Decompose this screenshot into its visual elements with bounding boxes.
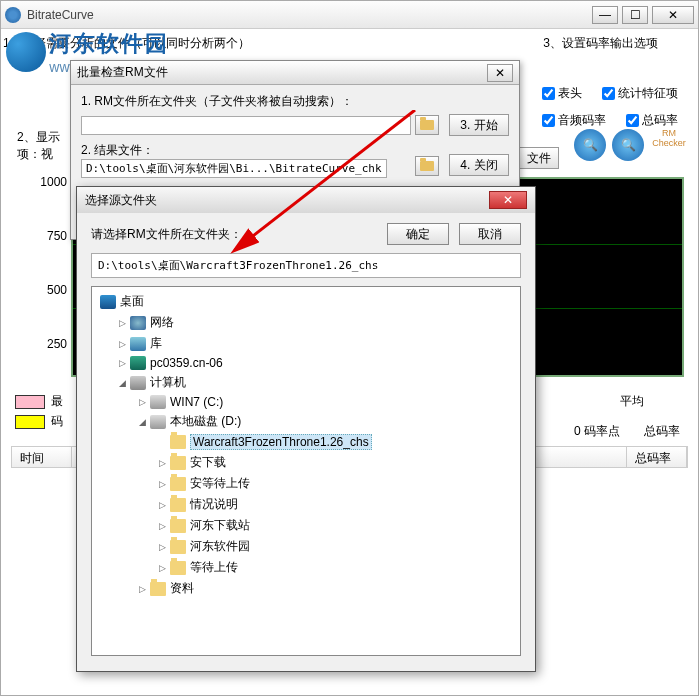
tool-icon-2[interactable]: 🔍 [612, 129, 644, 161]
legend-rate: 码 [51, 413, 63, 430]
tree-folder-6[interactable]: ▷等待上传 [96, 557, 516, 578]
y-tick-250: 250 [39, 337, 67, 351]
tree-selected-folder[interactable]: Warcraft3FrozenThrone1.26_chs [96, 432, 516, 452]
start-button[interactable]: 3. 开始 [449, 114, 509, 136]
maximize-button[interactable]: ☐ [622, 6, 648, 24]
window-title: BitrateCurve [27, 8, 588, 22]
tool-icon-1[interactable]: 🔍 [574, 129, 606, 161]
folder-tree[interactable]: 桌面 ▷网络 ▷库 ▷pc0359.cn-06 ◢计算机 ▷WIN7 (C:) … [91, 286, 521, 656]
result-path-input[interactable] [81, 159, 387, 178]
tree-local-d[interactable]: ◢本地磁盘 (D:) [96, 411, 516, 432]
tree-folder-1[interactable]: ▷安下载 [96, 452, 516, 473]
checkbox-audio[interactable]: 音频码率 [542, 112, 606, 129]
watermark-title: 河东软件园 [49, 29, 169, 59]
ok-button[interactable]: 确定 [387, 223, 449, 245]
tree-pc[interactable]: ▷pc0359.cn-06 [96, 354, 516, 372]
dialog2-prompt: 请选择RM文件所在文件夹： [91, 226, 377, 243]
file-button[interactable]: 文件 [519, 147, 559, 169]
tree-folder-3[interactable]: ▷情况说明 [96, 494, 516, 515]
close-dialog-button[interactable]: 4. 关闭 [449, 154, 509, 176]
folder-label: 1. RM文件所在文件夹（子文件夹将被自动搜索）： [81, 93, 509, 110]
tree-desktop[interactable]: 桌面 [96, 291, 516, 312]
dialog2-close-button[interactable]: ✕ [489, 191, 527, 209]
col-time[interactable]: 时间 [12, 447, 72, 467]
legend-color-max [15, 395, 45, 409]
step3-label: 3、设置码率输出选项 [543, 35, 658, 52]
step2-label: 2、显示 项：视 [17, 129, 60, 163]
col-total[interactable]: 总码率 [627, 447, 687, 467]
result-label: 2. 结果文件： [81, 142, 411, 159]
tree-folder-4[interactable]: ▷河东下载站 [96, 515, 516, 536]
selected-path: D:\tools\桌面\Warcraft3FrozenThrone1.26_ch… [91, 253, 521, 278]
folder-input[interactable] [81, 116, 411, 135]
tree-library[interactable]: ▷库 [96, 333, 516, 354]
tree-network[interactable]: ▷网络 [96, 312, 516, 333]
tree-folder-5[interactable]: ▷河东软件园 [96, 536, 516, 557]
tree-computer[interactable]: ◢计算机 [96, 372, 516, 393]
toolbar-icons: 🔍 🔍 [574, 129, 644, 161]
tree-folder-2[interactable]: ▷安等待上传 [96, 473, 516, 494]
minimize-button[interactable]: — [592, 6, 618, 24]
dialog1-title-bar: 批量检查RM文件 ✕ [71, 61, 519, 85]
folder-icon [420, 120, 434, 130]
rm-checker-label: RM Checker [650, 129, 688, 149]
checkbox-stats[interactable]: 统计特征项 [602, 85, 678, 102]
browse-folder-button[interactable] [415, 115, 439, 135]
dialog2-title-bar: 选择源文件夹 ✕ [77, 187, 535, 213]
watermark-logo [6, 32, 46, 72]
folder-browser-dialog: 选择源文件夹 ✕ 请选择RM文件所在文件夹： 确定 取消 D:\tools\桌面… [76, 186, 536, 672]
dialog2-title: 选择源文件夹 [85, 192, 489, 209]
y-tick-750: 750 [39, 229, 67, 243]
rate-labels: 0 码率点 总码率 [574, 423, 680, 440]
folder-icon [420, 161, 434, 171]
dialog1-close-button[interactable]: ✕ [487, 64, 513, 82]
app-icon [5, 7, 21, 23]
tree-win7[interactable]: ▷WIN7 (C:) [96, 393, 516, 411]
title-bar: BitrateCurve — ☐ ✕ [1, 1, 698, 29]
checkbox-header[interactable]: 表头 [542, 85, 582, 102]
tree-folder-7[interactable]: ▷资料 [96, 578, 516, 599]
browse-result-button[interactable] [415, 156, 439, 176]
legend-color-rate [15, 415, 45, 429]
close-button[interactable]: ✕ [652, 6, 694, 24]
legend-avg: 平均 [620, 393, 644, 410]
cancel-button[interactable]: 取消 [459, 223, 521, 245]
y-tick-1000: 1000 [39, 175, 67, 189]
dialog1-title: 批量检查RM文件 [77, 64, 483, 81]
legend-max: 最 [51, 393, 63, 410]
y-tick-500: 500 [39, 283, 67, 297]
checkbox-total[interactable]: 总码率 [626, 112, 678, 129]
